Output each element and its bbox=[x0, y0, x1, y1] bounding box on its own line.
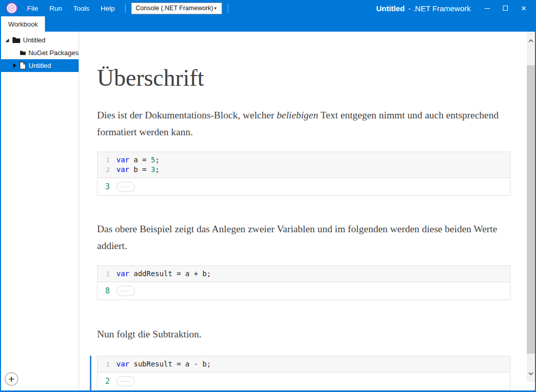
menu-file[interactable]: File bbox=[21, 0, 44, 16]
tree-item-root-untitled[interactable]: Untitled bbox=[1, 34, 79, 46]
app-window: File Run Tools Help Console (.NET Framew… bbox=[0, 0, 536, 392]
line-number: 1 bbox=[103, 155, 110, 165]
titlebar-separator bbox=[125, 4, 126, 13]
app-logo-icon bbox=[6, 3, 17, 14]
paragraph-block[interactable]: Nun folgt die Subtraktion. bbox=[97, 326, 510, 342]
plus-icon: + bbox=[8, 374, 14, 384]
chevron-down-icon bbox=[528, 372, 533, 375]
minimize-button[interactable] bbox=[478, 0, 496, 16]
tree-item-label: Untitled bbox=[29, 62, 51, 69]
cell-footer: press control + return to run + ” ✕ bbox=[98, 390, 510, 390]
maximize-icon bbox=[503, 6, 508, 11]
tab-workbook[interactable]: Workbook bbox=[1, 16, 45, 32]
target-framework-dropdown[interactable]: Console (.NET Framework) ▼ bbox=[131, 3, 222, 14]
result-value: 8 bbox=[103, 286, 110, 296]
menu-tools[interactable]: Tools bbox=[68, 0, 95, 16]
line-number: 2 bbox=[103, 165, 110, 175]
titlebar-separator bbox=[228, 4, 228, 13]
code-editor[interactable]: 1 var subResult = a - b; bbox=[98, 356, 510, 373]
window-title: Untitled- .NET Framework bbox=[376, 4, 471, 13]
focus-indicator-bar bbox=[90, 356, 91, 390]
menu-help[interactable]: Help bbox=[95, 0, 120, 16]
result-row: 3 ... bbox=[98, 178, 510, 195]
chevron-down-icon: ▼ bbox=[213, 6, 217, 11]
tab-workbook-label: Workbook bbox=[8, 20, 38, 28]
maximize-button[interactable] bbox=[496, 0, 515, 16]
add-item-button[interactable]: + bbox=[5, 372, 18, 386]
result-row: 2 ... bbox=[98, 373, 510, 390]
result-value: 2 bbox=[103, 377, 110, 386]
tree-item-label: NuGet Packages bbox=[29, 49, 79, 57]
code-line: 1 var subResult = a - b; bbox=[103, 359, 505, 369]
tabbar: Workbook bbox=[1, 16, 535, 32]
code-editor[interactable]: 1 var a = 5; 2 var b = 3; bbox=[98, 152, 510, 178]
chevron-up-icon bbox=[528, 39, 533, 42]
vertical-scrollbar[interactable] bbox=[527, 32, 535, 390]
folder-icon bbox=[20, 50, 26, 56]
ellipsis-icon: ... bbox=[121, 182, 130, 189]
code-cell-1: 1 var a = 5; 2 var b = 3; 3 ... bbox=[97, 152, 510, 196]
window-title-name: Untitled bbox=[376, 4, 405, 13]
result-row: 8 ... bbox=[98, 282, 510, 300]
ellipsis-icon: ... bbox=[121, 376, 130, 383]
tree-item-label: Untitled bbox=[23, 36, 45, 44]
close-icon: ✕ bbox=[521, 5, 527, 12]
expand-result-button[interactable]: ... bbox=[116, 376, 135, 386]
code-line: 1 var a = 5; bbox=[103, 155, 505, 165]
line-number: 1 bbox=[103, 269, 110, 279]
menu-run[interactable]: Run bbox=[44, 0, 68, 16]
expand-result-button[interactable]: ... bbox=[116, 182, 135, 192]
tree-item-untitled-page[interactable]: Untitled bbox=[1, 59, 79, 72]
workbook-tree: Untitled NuGet Packages Untitled bbox=[1, 32, 79, 72]
close-button[interactable]: ✕ bbox=[515, 0, 533, 16]
code-cell-3-focused: 1 var subResult = a - b; 2 ... bbox=[90, 356, 510, 390]
sidebar: Untitled NuGet Packages Untitled bbox=[1, 32, 79, 390]
result-value: 3 bbox=[103, 182, 110, 191]
target-framework-value: Console (.NET Framework) bbox=[136, 5, 213, 12]
minimize-icon bbox=[484, 8, 490, 9]
code-line: 1 var addResult = a + b; bbox=[103, 269, 505, 279]
tree-collapsed-icon bbox=[13, 63, 17, 68]
paragraph-block[interactable]: Das obere Beispiel zeigt das Anlegen zwe… bbox=[97, 220, 510, 254]
workbook-document: Überschrift Dies ist der Dokumentations-… bbox=[79, 32, 527, 390]
folder-icon bbox=[12, 37, 20, 43]
scroll-up-button[interactable] bbox=[527, 36, 535, 46]
titlebar: File Run Tools Help Console (.NET Framew… bbox=[1, 0, 535, 16]
line-number: 1 bbox=[103, 359, 110, 369]
tree-expanded-icon bbox=[5, 38, 10, 43]
paragraph-block[interactable]: Dies ist der Dokumentations-Block, welch… bbox=[97, 107, 510, 140]
code-cell-2: 1 var addResult = a + b; 8 ... bbox=[97, 265, 510, 300]
expand-result-button[interactable]: ... bbox=[116, 286, 135, 296]
scroll-down-button[interactable] bbox=[527, 369, 535, 379]
code-line: 2 var b = 3; bbox=[103, 165, 505, 175]
page-title[interactable]: Überschrift bbox=[97, 64, 510, 91]
tree-item-nuget-packages[interactable]: NuGet Packages bbox=[1, 46, 79, 59]
code-editor[interactable]: 1 var addResult = a + b; bbox=[98, 266, 510, 282]
window-title-suffix: - .NET Framework bbox=[408, 4, 471, 13]
scrollbar-thumb[interactable] bbox=[527, 65, 535, 354]
document-icon bbox=[19, 62, 26, 69]
ellipsis-icon: ... bbox=[121, 286, 130, 293]
